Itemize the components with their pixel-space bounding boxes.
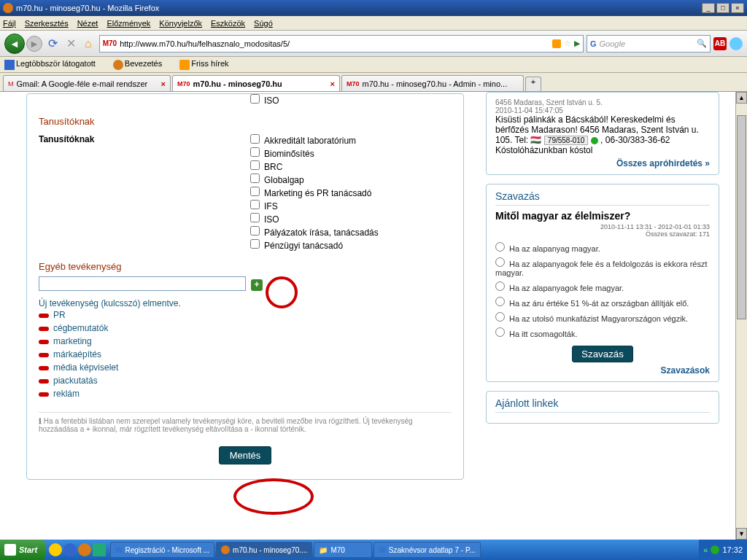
save-button[interactable]: Mentés bbox=[219, 446, 272, 464]
system-tray[interactable]: « 17:32 bbox=[699, 540, 747, 560]
google-icon: G bbox=[590, 39, 597, 48]
menu-history[interactable]: Előzmények bbox=[107, 19, 150, 28]
tray-icon[interactable] bbox=[711, 545, 719, 554]
bm-intro[interactable]: Bevezetés bbox=[113, 59, 171, 69]
checkbox-option[interactable]: Marketing és PR tanácsadó bbox=[250, 187, 379, 200]
activity-input[interactable] bbox=[39, 276, 246, 291]
minimize-button[interactable]: _ bbox=[702, 3, 715, 13]
start-button[interactable]: Start bbox=[0, 540, 46, 560]
scroll-down-icon[interactable]: ▼ bbox=[736, 528, 747, 540]
keyword-item: cégbemutatók bbox=[39, 322, 452, 335]
menu-edit[interactable]: Szerkesztés bbox=[25, 19, 69, 28]
remove-icon[interactable] bbox=[39, 379, 49, 384]
remove-icon[interactable] bbox=[39, 340, 49, 344]
checkbox-input[interactable] bbox=[250, 174, 260, 183]
menu-tools[interactable]: Eszközök bbox=[211, 19, 245, 28]
taskbar-item[interactable]: WRegisztráció - Microsoft ... bbox=[110, 542, 214, 558]
checkbox-option[interactable]: Biominősítés bbox=[250, 147, 379, 160]
maximize-button[interactable]: □ bbox=[716, 3, 729, 13]
reload-icon[interactable]: ⟳ bbox=[48, 36, 58, 50]
checkbox-option[interactable]: Akkreditált laboratórium bbox=[250, 134, 379, 147]
phone-icon bbox=[591, 137, 598, 144]
url-bar[interactable]: M70 http://www.m70.hu/hu/felhasznalo_mod… bbox=[99, 35, 584, 52]
bm-news[interactable]: Friss hírek bbox=[179, 59, 237, 69]
poll-option[interactable]: Ha az alapanyag magyar. bbox=[495, 242, 710, 253]
ql-icon[interactable] bbox=[78, 543, 91, 556]
menu-file[interactable]: Fájl bbox=[3, 19, 16, 28]
all-ads-link[interactable]: Összes apróhirdetés » bbox=[495, 158, 710, 168]
ad-address: 6456 Madaras, Szent István u. 5. bbox=[495, 98, 710, 106]
checkbox-option[interactable]: ISO bbox=[250, 213, 379, 226]
checkbox-input[interactable] bbox=[250, 94, 260, 104]
new-tab-button[interactable]: + bbox=[525, 77, 541, 91]
tab-close-icon[interactable]: × bbox=[157, 79, 166, 88]
taskbar-item[interactable]: WSzaknévsor adatlap 7 - P... bbox=[374, 542, 480, 558]
radio-input[interactable] bbox=[495, 297, 505, 306]
menu-bookmarks[interactable]: Könyvjelzők bbox=[159, 19, 202, 28]
checkbox-input[interactable] bbox=[250, 239, 260, 249]
bookmark-star-icon[interactable]: ☆ bbox=[564, 39, 571, 48]
checkbox-input[interactable] bbox=[250, 200, 260, 209]
remove-icon[interactable] bbox=[39, 392, 49, 397]
poll-option[interactable]: Ha az utolsó munkafázist Magyarországon … bbox=[495, 312, 710, 323]
scrollbar[interactable]: ▲ ▼ bbox=[735, 92, 747, 540]
checkbox-option[interactable]: Pályázatok írása, tanácsadás bbox=[250, 226, 379, 239]
radio-input[interactable] bbox=[495, 242, 505, 252]
poll-option[interactable]: Ha az alapanyagok fele és a feldolgozás … bbox=[495, 257, 710, 277]
scroll-up-icon[interactable]: ▲ bbox=[736, 92, 747, 104]
checkbox-input[interactable] bbox=[250, 226, 260, 236]
window-titlebar: m70.hu - minoseg70.hu - Mozilla Firefox … bbox=[0, 0, 747, 16]
tab-gmail[interactable]: M Gmail: A Google-féle e-mail rendszer × bbox=[3, 75, 171, 91]
poll-option[interactable]: Ha itt csomagolták. bbox=[495, 327, 710, 338]
forward-button[interactable]: ► bbox=[26, 36, 42, 52]
taskbar-item[interactable]: m70.hu - minoseg70.... bbox=[216, 542, 312, 558]
menu-help[interactable]: Súgó bbox=[254, 19, 273, 28]
radio-input[interactable] bbox=[495, 281, 505, 291]
tab-close-icon[interactable]: × bbox=[326, 79, 335, 88]
remove-icon[interactable] bbox=[39, 353, 49, 357]
url-text: http://www.m70.hu/hu/felhasznalo_modosit… bbox=[120, 39, 290, 48]
poll-option[interactable]: Ha az áru értéke 51 %-át az országban ál… bbox=[495, 297, 710, 308]
checkbox-option[interactable]: Pénzügyi tanácsadó bbox=[250, 239, 379, 252]
ql-icon[interactable] bbox=[63, 543, 77, 556]
vote-button[interactable]: Szavazás bbox=[572, 346, 633, 362]
stop-icon[interactable]: ✕ bbox=[66, 36, 76, 50]
search-go-icon[interactable]: 🔍 bbox=[697, 39, 707, 48]
windows-icon bbox=[4, 544, 16, 556]
remove-icon[interactable] bbox=[39, 327, 49, 331]
checkbox-option[interactable]: Globalgap bbox=[250, 174, 379, 187]
checkbox-input[interactable] bbox=[250, 147, 260, 157]
checkbox-option[interactable]: IFS bbox=[250, 200, 379, 213]
adblock-icon[interactable]: AB bbox=[713, 37, 727, 50]
go-icon[interactable]: ▶ bbox=[574, 39, 580, 48]
feed-icon[interactable] bbox=[552, 39, 561, 48]
add-button[interactable]: + bbox=[251, 279, 263, 291]
results-link[interactable]: Szavazások bbox=[495, 365, 710, 376]
tab-m70-admin[interactable]: M70 m70.hu - minoseg70.hu - Admin - mino… bbox=[341, 75, 524, 91]
close-button[interactable]: × bbox=[731, 3, 744, 13]
poll-option[interactable]: Ha az alapanyagok fele magyar. bbox=[495, 281, 710, 292]
checkbox-option[interactable]: BRC bbox=[250, 160, 379, 174]
radio-input[interactable] bbox=[495, 257, 505, 267]
home-icon[interactable]: ⌂ bbox=[85, 37, 92, 50]
ie-tab-icon[interactable] bbox=[729, 37, 743, 50]
taskbar-item[interactable]: 📁M70 bbox=[314, 542, 372, 558]
scroll-thumb[interactable] bbox=[737, 115, 746, 319]
tab-m70[interactable]: M70 m70.hu - minoseg70.hu × bbox=[172, 75, 340, 91]
checkbox-iso-top[interactable]: ISO bbox=[250, 94, 452, 107]
bm-most[interactable]: Legtöbbször látogatott bbox=[4, 59, 104, 69]
checkbox-input[interactable] bbox=[250, 160, 260, 170]
checkbox-input[interactable] bbox=[250, 213, 260, 222]
radio-input[interactable] bbox=[495, 312, 505, 322]
checkbox-input[interactable] bbox=[250, 134, 260, 144]
radio-input[interactable] bbox=[495, 327, 505, 337]
tray-icon[interactable]: « bbox=[703, 545, 708, 554]
menu-view[interactable]: Nézet bbox=[77, 19, 98, 28]
ql-icon[interactable] bbox=[49, 543, 62, 556]
ql-icon[interactable] bbox=[93, 543, 106, 556]
remove-icon[interactable] bbox=[39, 314, 49, 318]
back-button[interactable]: ◄ bbox=[4, 34, 25, 54]
search-box[interactable]: G Google 🔍 bbox=[587, 35, 711, 52]
checkbox-input[interactable] bbox=[250, 187, 260, 196]
remove-icon[interactable] bbox=[39, 366, 49, 370]
